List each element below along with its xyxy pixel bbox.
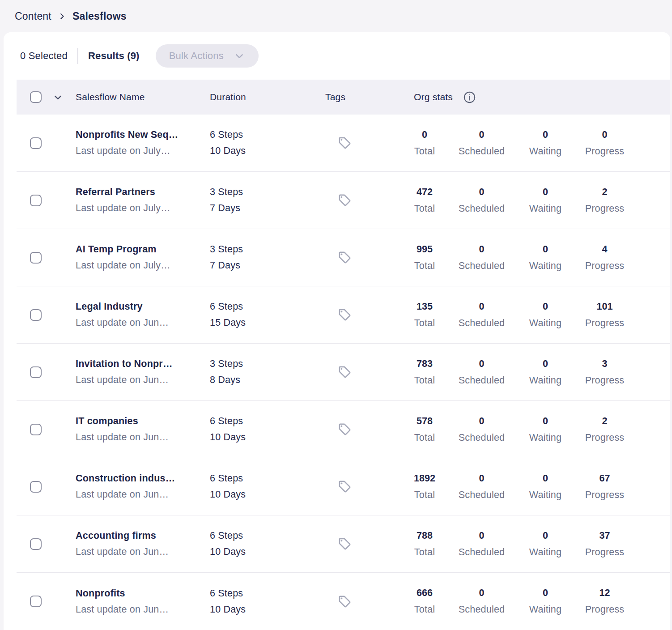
stat-total-value: 135	[402, 301, 447, 312]
salesflow-name[interactable]: Construction indus…	[76, 473, 210, 484]
stat-total-value: 783	[402, 358, 447, 370]
row-checkbox[interactable]	[30, 195, 42, 206]
salesflow-name[interactable]: Invitation to Nonpr…	[76, 358, 210, 370]
row-checkbox[interactable]	[30, 366, 42, 378]
stat-waiting: 0Waiting	[516, 587, 574, 615]
tag-icon	[338, 422, 352, 436]
duration-steps: 6 Steps	[210, 473, 325, 484]
tag-icon	[338, 365, 352, 379]
salesflow-name[interactable]: IT companies	[76, 416, 210, 427]
salesflow-name-cell: Legal Industry Last update on Jun…	[76, 301, 210, 328]
stat-progress: 101Progress	[574, 301, 635, 329]
stat-waiting-value: 0	[516, 129, 574, 140]
table-row[interactable]: Legal Industry Last update on Jun… 6 Ste…	[17, 286, 670, 344]
row-select-cell	[17, 538, 76, 550]
stat-waiting-value: 0	[516, 530, 574, 541]
stat-scheduled-value: 0	[447, 358, 516, 370]
stat-waiting-value: 0	[516, 473, 574, 484]
salesflow-name-cell: Invitation to Nonpr… Last update on Jun…	[76, 358, 210, 386]
row-checkbox[interactable]	[30, 538, 42, 550]
salesflow-name[interactable]: Nonprofits	[76, 588, 210, 599]
stat-scheduled-value: 0	[447, 587, 516, 599]
table-row[interactable]: Accounting firms Last update on Jun… 6 S…	[17, 515, 670, 573]
row-checkbox[interactable]	[30, 252, 42, 264]
stat-total: 1892Total	[402, 473, 447, 501]
tags-cell	[325, 595, 402, 609]
stat-scheduled-label: Scheduled	[447, 203, 516, 214]
salesflow-name[interactable]: AI Temp Program	[76, 244, 210, 255]
stat-waiting: 0Waiting	[516, 530, 574, 558]
chevron-down-icon[interactable]	[52, 92, 64, 103]
duration-days: 7 Days	[210, 203, 325, 214]
stat-waiting: 0Waiting	[516, 129, 574, 157]
stat-progress-label: Progress	[574, 146, 635, 157]
stat-total: 472Total	[402, 187, 447, 214]
duration-days: 7 Days	[210, 260, 325, 271]
stat-progress: 12Progress	[574, 587, 635, 615]
salesflow-name[interactable]: Accounting firms	[76, 530, 210, 541]
info-icon[interactable]	[463, 90, 476, 104]
column-header-duration: Duration	[210, 92, 325, 102]
stat-progress-value: 37	[574, 530, 635, 541]
stat-total-label: Total	[402, 604, 447, 615]
duration-cell: 6 Steps 10 Days	[210, 588, 325, 615]
stat-scheduled: 0Scheduled	[447, 473, 516, 501]
salesflow-name[interactable]: Referral Partners	[76, 187, 210, 198]
salesflows-card: 0 Selected Results (9) Bulk Actions Sale…	[4, 32, 670, 630]
stat-waiting-value: 0	[516, 416, 574, 427]
row-checkbox[interactable]	[30, 137, 42, 149]
row-checkbox[interactable]	[30, 481, 42, 493]
table-row[interactable]: Invitation to Nonpr… Last update on Jun……	[17, 344, 670, 401]
table-row[interactable]: Referral Partners Last update on July… 3…	[17, 172, 670, 229]
duration-days: 10 Days	[210, 489, 325, 500]
stat-scheduled: 0Scheduled	[447, 244, 516, 272]
table-row[interactable]: IT companies Last update on Jun… 6 Steps…	[17, 401, 670, 458]
stat-scheduled-label: Scheduled	[447, 490, 516, 501]
table-row[interactable]: AI Temp Program Last update on July… 3 S…	[17, 229, 670, 286]
bulk-actions-button[interactable]: Bulk Actions	[156, 44, 259, 68]
duration-cell: 6 Steps 10 Days	[210, 473, 325, 500]
tags-cell	[325, 480, 402, 494]
stat-scheduled: 0Scheduled	[447, 129, 516, 157]
stat-total-value: 0	[402, 129, 447, 140]
stat-waiting-label: Waiting	[516, 375, 574, 386]
stat-waiting-label: Waiting	[516, 490, 574, 501]
row-select-cell	[17, 596, 76, 607]
tags-cell	[325, 308, 402, 322]
breadcrumb-content-link[interactable]: Content	[15, 10, 51, 22]
stat-progress: 2Progress	[574, 416, 635, 443]
select-all-checkbox[interactable]	[30, 91, 42, 103]
stat-progress: 4Progress	[574, 244, 635, 272]
row-checkbox[interactable]	[30, 309, 42, 321]
results-count: Results (9)	[88, 50, 140, 62]
duration-cell: 6 Steps 15 Days	[210, 301, 325, 328]
stat-progress-value: 4	[574, 244, 635, 255]
row-select-cell	[17, 137, 76, 149]
row-checkbox[interactable]	[30, 596, 42, 607]
stat-progress: 67Progress	[574, 473, 635, 501]
stat-progress-label: Progress	[574, 490, 635, 501]
selected-count: 0 Selected	[20, 50, 68, 62]
stat-total: 135Total	[402, 301, 447, 329]
table-row[interactable]: Nonprofits Last update on Jun… 6 Steps 1…	[17, 573, 670, 630]
stat-progress-value: 2	[574, 416, 635, 427]
row-checkbox[interactable]	[30, 424, 42, 435]
stat-waiting-label: Waiting	[516, 547, 574, 558]
duration-days: 10 Days	[210, 546, 325, 558]
duration-steps: 6 Steps	[210, 301, 325, 312]
stat-progress-value: 0	[574, 129, 635, 140]
stat-waiting: 0Waiting	[516, 358, 574, 386]
stat-waiting-label: Waiting	[516, 203, 574, 214]
stat-progress-label: Progress	[574, 260, 635, 272]
salesflow-name-cell: Nonprofits Last update on Jun…	[76, 588, 210, 615]
table-row[interactable]: Nonprofits New Seq… Last update on July……	[17, 115, 670, 172]
salesflow-name[interactable]: Nonprofits New Seq…	[76, 129, 210, 140]
stat-total: 666Total	[402, 587, 447, 615]
salesflow-name[interactable]: Legal Industry	[76, 301, 210, 312]
stat-total-label: Total	[402, 146, 447, 157]
stat-total-label: Total	[402, 490, 447, 501]
tags-cell	[325, 136, 402, 150]
duration-days: 8 Days	[210, 375, 325, 386]
table-row[interactable]: Construction indus… Last update on Jun… …	[17, 458, 670, 515]
salesflow-last-update: Last update on July…	[76, 260, 210, 271]
